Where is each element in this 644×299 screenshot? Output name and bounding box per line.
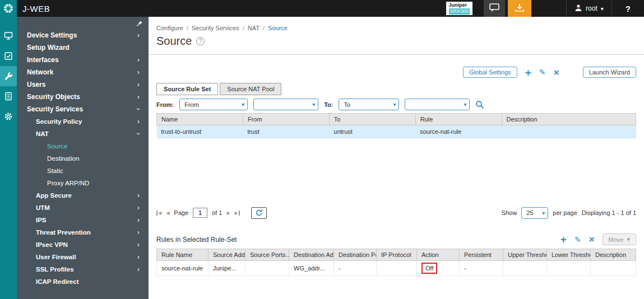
rules-section-title: Rules in Selected Rule-Set (156, 236, 237, 244)
breadcrumb-security-services[interactable]: Security Services (192, 25, 248, 31)
download-button[interactable] (508, 0, 531, 17)
sidebar-item-nat[interactable]: NAT (17, 128, 149, 140)
sidebar-item-label: User Firewall (36, 254, 76, 260)
sidebar-item-user-firewall[interactable]: User Firewall (17, 251, 149, 263)
column-header-source-address[interactable]: Source Addre... (209, 249, 245, 261)
rules-table: Rule Name Source Addre... Source Ports..… (156, 249, 636, 276)
column-header-from[interactable]: From (243, 114, 329, 125)
column-header-upper-threshold[interactable]: Upper Threshold (503, 249, 547, 261)
sidebar-item-ips[interactable]: IPS (17, 214, 149, 226)
cell-rule: source-nat-rule (415, 125, 502, 138)
sidebar-item-proxy-arp-nd[interactable]: Proxy ARP/ND (17, 177, 149, 189)
chevron-down-icon: ▾ (542, 210, 545, 216)
help-button[interactable]: ? (612, 4, 644, 13)
cell-to: untrust (329, 125, 415, 138)
move-button[interactable]: Move ▾ (603, 233, 636, 245)
breadcrumb-configure[interactable]: Configure (156, 25, 192, 31)
gear-icon[interactable] (0, 106, 17, 127)
column-header-destination-address[interactable]: Destination Addr... (289, 249, 334, 261)
sidebar-item-label: Setup Wizard (27, 44, 70, 52)
column-header-description[interactable]: Description (502, 114, 636, 125)
chat-bubble-icon (489, 3, 499, 14)
page-number-input[interactable] (193, 208, 207, 218)
from-select[interactable]: From ▾ (179, 99, 248, 110)
add-rule-icon[interactable]: + (560, 234, 567, 245)
delete-rule-icon[interactable]: × (589, 235, 595, 244)
sidebar-item-source[interactable]: Source (17, 140, 149, 152)
per-page-label: per page (553, 209, 577, 216)
sidebar-item-interfaces[interactable]: Interfaces (17, 54, 149, 66)
configure-icon[interactable] (0, 66, 17, 86)
to-select[interactable]: To ▾ (339, 99, 399, 110)
user-icon (574, 4, 582, 13)
app-title: J-WEB (22, 4, 50, 13)
sidebar-item-ipsec-vpn[interactable]: IPsec VPN (17, 239, 149, 251)
column-header-to[interactable]: To (329, 114, 415, 125)
add-rule-set-icon[interactable]: + (525, 67, 531, 78)
sidebar-item-network[interactable]: Network (17, 66, 149, 78)
page-size-select[interactable]: 25 ▾ (521, 207, 548, 219)
report-icon[interactable] (0, 86, 17, 106)
cell-lower-threshold (547, 261, 591, 276)
last-page-icon: ▶ (235, 211, 238, 216)
from-zone-select[interactable]: ▾ (253, 99, 318, 110)
sidebar-item-ssl-profiles[interactable]: SSL Profiles (17, 263, 149, 275)
sidebar-item-destination[interactable]: Destination (17, 152, 149, 165)
sidebar-item-label: Source (47, 143, 67, 150)
delete-rule-set-icon[interactable]: × (554, 68, 559, 77)
sidebar-item-threat-prevention[interactable]: Threat Prevention (17, 226, 149, 239)
sidebar-item-security-objects[interactable]: Security Objects (17, 91, 149, 103)
sidebar-item-utm[interactable]: UTM (17, 202, 149, 214)
sidebar-item-setup-wizard[interactable]: Setup Wizard (17, 41, 149, 54)
edit-rule-icon[interactable]: ✎ (574, 236, 581, 244)
sidebar-item-security-services[interactable]: Security Services (17, 103, 149, 115)
column-header-action[interactable]: Action (417, 249, 460, 261)
column-header-description[interactable]: Description (591, 249, 636, 261)
sidebar-item-users[interactable]: Users (17, 78, 149, 91)
table-row[interactable]: source-nat-rule Junipe... WG_addr... - O… (157, 261, 636, 276)
search-icon[interactable] (475, 100, 484, 109)
sidebar-item-icap-redirect[interactable]: ICAP Redirect (17, 275, 149, 288)
tab-source-nat-pool[interactable]: Source NAT Pool (220, 83, 281, 95)
sidebar-item-label: Destination (47, 155, 80, 162)
next-page-button[interactable]: ▶ (226, 211, 230, 216)
sidebar-item-device-settings[interactable]: Device Settings (17, 29, 149, 41)
page-label: Page (174, 209, 188, 216)
tab-source-rule-set[interactable]: Source Rule Set (156, 83, 218, 95)
cell-name: trust-to-untrust (157, 125, 243, 138)
page-help-icon[interactable]: ? (196, 37, 205, 45)
launch-wizard-button[interactable]: Launch Wizard (583, 67, 636, 78)
table-row[interactable]: trust-to-untrust trust untrust source-na… (157, 125, 636, 138)
column-header-persistent[interactable]: Persistent (460, 249, 503, 261)
previous-page-button[interactable]: ◀ (166, 211, 169, 216)
table-body-whitespace (156, 138, 636, 207)
edit-rule-set-icon[interactable]: ✎ (539, 68, 546, 76)
chevron-down-icon: ▾ (601, 6, 604, 12)
sidebar-item-label: NAT (36, 130, 49, 137)
sidebar-item-static[interactable]: Static (17, 165, 149, 177)
column-header-destination-port[interactable]: Destination Port (334, 249, 377, 261)
first-page-button[interactable]: ◀ (156, 211, 161, 216)
dashboard-icon[interactable] (0, 26, 17, 46)
sidebar-item-label: SSL Profiles (36, 266, 74, 273)
monitor-icon[interactable] (0, 46, 17, 66)
column-header-name[interactable]: Name (157, 114, 243, 125)
sidebar-item-app-secure[interactable]: App Secure (17, 189, 149, 202)
column-header-rule[interactable]: Rule (415, 114, 502, 125)
sidebar-item-security-policy[interactable]: Security Policy (17, 115, 149, 128)
global-settings-button[interactable]: Global Settings (463, 67, 517, 78)
column-header-source-ports[interactable]: Source Ports... (245, 249, 289, 261)
breadcrumb-nat[interactable]: NAT (248, 25, 268, 31)
user-menu[interactable]: root ▾ (566, 0, 612, 17)
column-header-rule-name[interactable]: Rule Name (157, 249, 209, 261)
to-zone-select[interactable]: ▾ (405, 99, 470, 110)
last-page-button[interactable]: ▶ (235, 211, 240, 216)
refresh-button[interactable] (251, 207, 267, 219)
column-header-ip-protocol[interactable]: IP Protocol (377, 249, 417, 261)
chevron-down-icon: ▾ (627, 236, 630, 243)
feedback-button[interactable] (484, 0, 505, 17)
action-value-highlight: Off (421, 263, 437, 274)
column-header-lower-threshold[interactable]: Lower Threshold (547, 249, 591, 261)
pin-icon[interactable] (136, 20, 143, 29)
sidebar-item-label: Users (27, 81, 45, 88)
